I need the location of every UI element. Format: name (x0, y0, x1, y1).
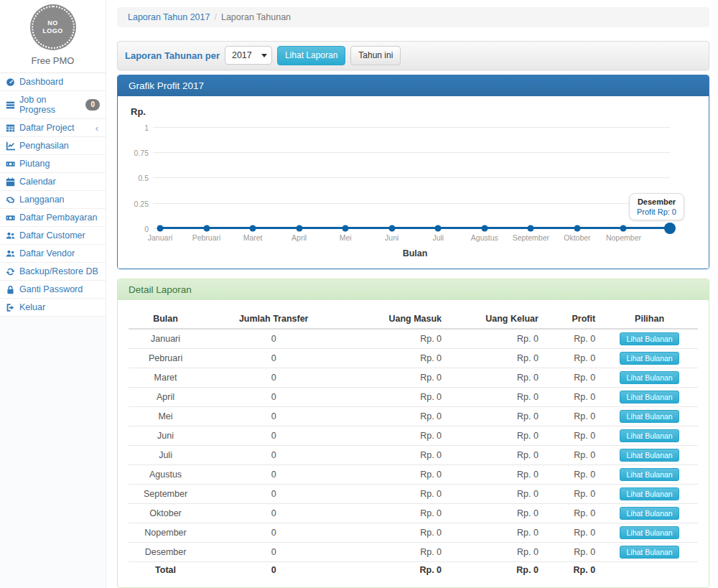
cell-keluar: Rp. 0 (447, 465, 544, 484)
tooltip-value: Profit Rp: 0 (637, 207, 676, 216)
page: NO LOGO Free PMO Dashboard Job on Progre… (0, 0, 718, 588)
chart-x-axis-labels: Januari Pebruari Maret April Mei Juni Ju… (160, 228, 670, 240)
cell-bulan: April (129, 387, 202, 406)
chart-panel-title: Grafik Profit 2017 (118, 75, 709, 96)
sidebar-item-backup-restore-db[interactable]: Backup/Restore DB (0, 263, 106, 281)
table-row: Desember 0 Rp. 0 Rp. 0 Rp. 0 Lihat Bulan… (129, 542, 698, 561)
cell-masuk: Rp. 0 (345, 465, 447, 484)
table-row: Maret 0 Rp. 0 Rp. 0 Rp. 0 Lihat Bulanan (129, 368, 698, 387)
cell-keluar: Rp. 0 (447, 387, 544, 406)
cell-keluar: Rp. 0 (447, 445, 544, 465)
cell-transfer: 0 (202, 348, 345, 368)
cell-transfer: 0 (202, 387, 345, 406)
cell-transfer: 0 (202, 426, 345, 445)
table-row: Juni 0 Rp. 0 Rp. 0 Rp. 0 Lihat Bulanan (129, 426, 698, 445)
column-header: Jumlah Transfer (202, 310, 345, 329)
view-month-button[interactable]: Lihat Bulanan (620, 449, 679, 462)
detail-table: Bulan Jumlah Transfer Uang Masuk Uang Ke… (129, 310, 698, 578)
gridline: 0.25 (153, 203, 670, 204)
view-month-button[interactable]: Lihat Bulanan (620, 546, 679, 559)
cell-transfer: 0 (202, 503, 345, 523)
view-month-button[interactable]: Lihat Bulanan (620, 352, 679, 365)
y-tick: 0.5 (127, 174, 149, 182)
sidebar-item-label: Piutang (19, 159, 50, 169)
sidebar-item-dashboard[interactable]: Dashboard (0, 73, 106, 91)
cell-keluar: Rp. 0 (447, 542, 544, 561)
table-row: Mei 0 Rp. 0 Rp. 0 Rp. 0 Lihat Bulanan (129, 406, 698, 426)
sidebar-item-langganan[interactable]: Langganan (0, 191, 106, 209)
sidebar-item-daftar-vendor[interactable]: Daftar Vendor (0, 245, 106, 263)
cell-bulan: Mei (129, 406, 202, 426)
chart-plot-area: 1 0.75 0.5 0.25 0 (160, 127, 670, 228)
sidebar-item-daftar-project[interactable]: Daftar Project ‹ (0, 119, 106, 137)
view-month-button[interactable]: Lihat Bulanan (620, 468, 679, 481)
cell-profit: Rp. 0 (544, 445, 601, 465)
view-month-button[interactable]: Lihat Bulanan (620, 391, 679, 403)
cell-masuk: Rp. 0 (345, 523, 447, 542)
sidebar-item-label: Dashboard (19, 77, 63, 87)
sidebar-item-penghasilan[interactable]: Penghasilan (0, 137, 106, 155)
sidebar-item-keluar[interactable]: Keluar (0, 299, 106, 317)
cell-profit: Rp. 0 (544, 484, 601, 503)
sidebar-item-ganti-password[interactable]: Ganti Password (0, 281, 106, 299)
sidebar-item-label: Job on Progress (19, 95, 81, 115)
cell-masuk: Rp. 0 (345, 368, 447, 387)
cell-keluar: Rp. 0 (447, 503, 544, 523)
view-month-button[interactable]: Lihat Bulanan (620, 487, 679, 500)
cell-keluar: Rp. 0 (447, 484, 544, 503)
sidebar-item-piutang[interactable]: Piutang (0, 155, 106, 173)
view-month-button[interactable]: Lihat Bulanan (620, 332, 679, 345)
table-row: Juli 0 Rp. 0 Rp. 0 Rp. 0 Lihat Bulanan (129, 445, 698, 465)
view-month-button[interactable]: Lihat Bulanan (620, 429, 679, 442)
cell-bulan: Agustus (129, 465, 202, 484)
x-tick: Nopember (606, 233, 641, 242)
view-report-button[interactable]: Lihat Laporan (277, 46, 345, 65)
cell-masuk: Rp. 0 (345, 348, 447, 368)
report-filter-bar: Laporan Tahunan per 2017 Lihat Laporan T… (117, 41, 709, 70)
y-tick: 0.75 (127, 149, 149, 157)
breadcrumb: Laporan Tahun 2017/Laporan Tahunan (117, 7, 709, 27)
table-header-row: Bulan Jumlah Transfer Uang Masuk Uang Ke… (129, 310, 698, 329)
total-masuk: Rp. 0 (345, 561, 447, 578)
sign-out-icon (6, 303, 15, 312)
cell-profit: Rp. 0 (544, 329, 601, 349)
current-year-button[interactable]: Tahun ini (350, 46, 401, 65)
view-month-button[interactable]: Lihat Bulanan (620, 410, 679, 423)
sidebar-nav: Dashboard Job on Progress 0 Daftar Proje… (0, 73, 106, 317)
view-month-button[interactable]: Lihat Bulanan (620, 507, 679, 520)
line-chart-icon (6, 141, 15, 151)
cell-profit: Rp. 0 (544, 503, 601, 523)
users-icon (6, 249, 15, 258)
view-month-button[interactable]: Lihat Bulanan (620, 526, 679, 539)
sidebar-item-daftar-customer[interactable]: Daftar Customer (0, 227, 106, 245)
chart-y-axis-label: Rp. (131, 106, 698, 117)
table-row: Oktober 0 Rp. 0 Rp. 0 Rp. 0 Lihat Bulana… (129, 503, 698, 523)
sidebar-item-label: Daftar Project (19, 123, 74, 133)
table-icon (6, 123, 15, 133)
total-profit: Rp. 0 (544, 561, 601, 578)
sidebar-item-job-on-progress[interactable]: Job on Progress 0 (0, 91, 106, 119)
year-select[interactable]: 2017 (225, 46, 272, 65)
table-row: Nopember 0 Rp. 0 Rp. 0 Rp. 0 Lihat Bulan… (129, 523, 698, 542)
column-header: Uang Masuk (345, 310, 447, 329)
cell-bulan: Januari (129, 329, 202, 349)
table-row: April 0 Rp. 0 Rp. 0 Rp. 0 Lihat Bulanan (129, 387, 698, 406)
cell-bulan: Maret (129, 368, 202, 387)
breadcrumb-link-laporan-tahun[interactable]: Laporan Tahun 2017 (128, 12, 210, 22)
cell-bulan: Juni (129, 426, 202, 445)
chart-x-axis-title: Bulan (160, 248, 670, 258)
cell-bulan: Desember (129, 542, 202, 561)
total-label: Total (129, 561, 202, 578)
view-month-button[interactable]: Lihat Bulanan (620, 371, 679, 384)
sidebar-item-label: Backup/Restore DB (19, 266, 98, 276)
cell-transfer: 0 (202, 445, 345, 465)
sidebar-item-calendar[interactable]: Calendar (0, 173, 106, 191)
profit-chart-panel: Grafik Profit 2017 Rp. 1 0.75 0.5 0.25 0 (117, 75, 709, 269)
profit-chart: Rp. 1 0.75 0.5 0.25 0 (118, 96, 709, 269)
table-row: Pebruari 0 Rp. 0 Rp. 0 Rp. 0 Lihat Bulan… (129, 348, 698, 368)
sidebar-item-label: Langganan (19, 195, 65, 205)
cell-keluar: Rp. 0 (447, 523, 544, 542)
cell-profit: Rp. 0 (544, 368, 601, 387)
sidebar-item-daftar-pembayaran[interactable]: Daftar Pembayaran (0, 209, 106, 227)
table-row: Agustus 0 Rp. 0 Rp. 0 Rp. 0 Lihat Bulana… (129, 465, 698, 484)
